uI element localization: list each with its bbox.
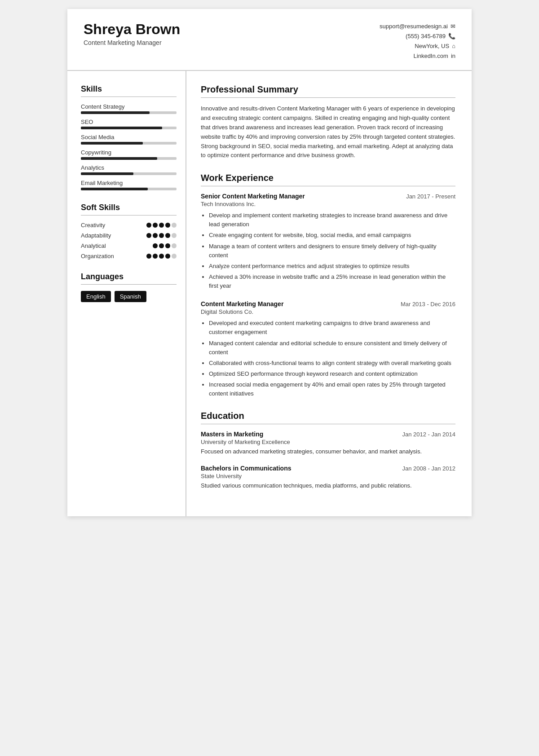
- skill-bar-fill: [81, 188, 148, 190]
- skill-bar-bg: [81, 142, 177, 145]
- language-badge: English: [81, 291, 111, 302]
- job-bullet: Collaborated with cross-functional teams…: [209, 359, 455, 368]
- dot: [172, 243, 177, 248]
- languages-title: Languages: [81, 272, 177, 281]
- phone-row: (555) 345-6789 📞: [380, 31, 455, 41]
- dot: [159, 233, 164, 238]
- language-badge: Spanish: [115, 291, 146, 302]
- education-title: Education: [201, 411, 455, 421]
- edu-degree: Masters in Marketing: [201, 431, 263, 438]
- skill-item: Social Media: [81, 134, 177, 145]
- location-row: NewYork, US ⌂: [380, 41, 455, 51]
- skill-name: Email Marketing: [81, 180, 177, 186]
- location-icon: ⌂: [452, 41, 455, 51]
- dot: [153, 243, 158, 248]
- dot: [165, 223, 170, 228]
- edu-header: Masters in Marketing Jan 2012 - Jan 2014: [201, 431, 455, 438]
- soft-skill-item: Creativity: [81, 222, 177, 229]
- candidate-name: Shreya Brown: [84, 22, 180, 37]
- languages-section: Languages EnglishSpanish: [81, 272, 177, 302]
- linkedin-row: LinkedIn.com in: [380, 51, 455, 61]
- soft-skill-name: Adaptability: [81, 232, 111, 239]
- summary-divider: [201, 97, 455, 98]
- job-bullet: Developed and executed content marketing…: [209, 319, 455, 337]
- skills-title: Skills: [81, 84, 177, 94]
- dot: [172, 223, 177, 228]
- job-bullet: Optimized SEO performance through keywor…: [209, 369, 455, 378]
- resume-header: Shreya Brown Content Marketing Manager s…: [67, 9, 472, 71]
- job-company: Digital Solutions Co.: [201, 308, 455, 315]
- skill-bar-bg: [81, 172, 177, 175]
- location-text: NewYork, US: [415, 41, 449, 51]
- soft-skills-section: Soft Skills Creativity Adaptability Anal…: [81, 203, 177, 259]
- education-list: Masters in Marketing Jan 2012 - Jan 2014…: [201, 431, 455, 490]
- education-item: Masters in Marketing Jan 2012 - Jan 2014…: [201, 431, 455, 456]
- job-header: Senior Content Marketing Manager Jan 201…: [201, 193, 455, 200]
- education-item: Bachelors in Communications Jan 2008 - J…: [201, 465, 455, 490]
- edu-dates: Jan 2012 - Jan 2014: [402, 431, 455, 438]
- dots: [153, 243, 177, 248]
- dot: [172, 233, 177, 238]
- skill-item: Content Strategy: [81, 103, 177, 114]
- email-icon: ✉: [451, 22, 455, 31]
- skill-bar-fill: [81, 172, 133, 175]
- job-item: Content Marketing Manager Mar 2013 - Dec…: [201, 300, 455, 398]
- skill-bar-fill: [81, 127, 162, 129]
- skill-name: Social Media: [81, 134, 177, 141]
- education-section: Education Masters in Marketing Jan 2012 …: [201, 411, 455, 490]
- job-dates: Jan 2017 - Present: [406, 193, 455, 200]
- dot: [153, 233, 158, 238]
- education-divider: [201, 424, 455, 424]
- dot: [159, 223, 164, 228]
- skill-name: Copywriting: [81, 149, 177, 156]
- soft-skill-item: Adaptability: [81, 232, 177, 239]
- skills-divider: [81, 97, 177, 97]
- header-left: Shreya Brown Content Marketing Manager: [84, 22, 180, 46]
- skill-name: Content Strategy: [81, 103, 177, 110]
- languages-divider: [81, 284, 177, 285]
- dot: [165, 243, 170, 248]
- skill-name: SEO: [81, 119, 177, 125]
- dot: [153, 254, 158, 259]
- soft-skill-item: Organization: [81, 253, 177, 259]
- skills-section: Skills Content Strategy SEO Social Media…: [81, 84, 177, 190]
- job-dates: Mar 2013 - Dec 2016: [401, 301, 455, 308]
- skill-bar-fill: [81, 157, 157, 160]
- skill-bar-fill: [81, 142, 143, 145]
- job-title: Senior Content Marketing Manager: [201, 193, 305, 200]
- soft-skill-name: Creativity: [81, 222, 105, 229]
- resume-body: Skills Content Strategy SEO Social Media…: [67, 71, 472, 516]
- soft-skills-divider: [81, 215, 177, 215]
- work-experience-section: Work Experience Senior Content Marketing…: [201, 173, 455, 398]
- skill-item: Email Marketing: [81, 180, 177, 190]
- skill-bar-bg: [81, 157, 177, 160]
- dot: [146, 254, 151, 259]
- skill-bar-bg: [81, 111, 177, 114]
- work-title: Work Experience: [201, 173, 455, 183]
- resume-container: Shreya Brown Content Marketing Manager s…: [67, 9, 472, 516]
- job-header: Content Marketing Manager Mar 2013 - Dec…: [201, 300, 455, 308]
- dot: [172, 254, 177, 259]
- dot: [165, 254, 170, 259]
- skill-name: Analytics: [81, 164, 177, 171]
- email-row: support@resumedesign.ai ✉: [380, 22, 455, 31]
- job-bullet: Create engaging content for website, blo…: [209, 231, 455, 240]
- soft-skills-list: Creativity Adaptability Analytical Organ…: [81, 222, 177, 259]
- dot: [146, 233, 151, 238]
- edu-description: Studied various communication techniques…: [201, 481, 455, 490]
- summary-title: Professional Summary: [201, 84, 455, 95]
- soft-skill-name: Analytical: [81, 242, 106, 249]
- job-item: Senior Content Marketing Manager Jan 201…: [201, 193, 455, 290]
- skill-item: SEO: [81, 119, 177, 129]
- edu-school: University of Marketing Excellence: [201, 439, 455, 445]
- phone-text: (555) 345-6789: [406, 31, 446, 41]
- dots: [146, 254, 177, 259]
- dot: [146, 223, 151, 228]
- work-divider: [201, 186, 455, 186]
- job-title: Content Marketing Manager: [201, 300, 283, 308]
- linkedin-text: LinkedIn.com: [414, 51, 448, 61]
- jobs-list: Senior Content Marketing Manager Jan 201…: [201, 193, 455, 398]
- skill-bar-fill: [81, 111, 150, 114]
- skill-bar-bg: [81, 127, 177, 129]
- skill-bar-bg: [81, 188, 177, 190]
